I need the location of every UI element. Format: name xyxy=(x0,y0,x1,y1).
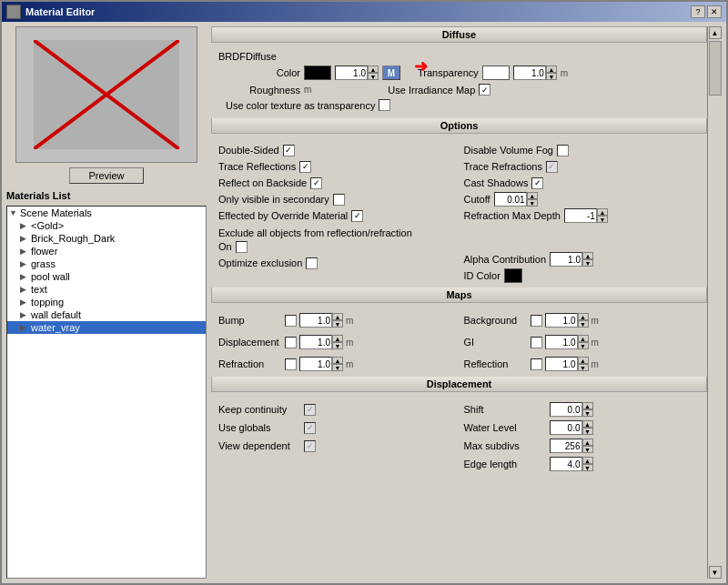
effected-override-checkbox[interactable] xyxy=(351,210,363,222)
water-level-spinbox[interactable]: ▲ ▼ xyxy=(550,420,593,435)
background-spinbox[interactable]: ▲ ▼ xyxy=(545,313,589,328)
cast-shadows-checkbox[interactable] xyxy=(531,177,543,189)
use-color-texture-checkbox[interactable] xyxy=(379,99,390,111)
transparency-spinbox[interactable]: ▲ ▼ xyxy=(513,66,557,80)
shift-spin-down[interactable]: ▼ xyxy=(582,409,593,417)
list-item-selected[interactable]: ▶ water_vray xyxy=(7,321,206,334)
edge-length-spinbox[interactable]: ▲ ▼ xyxy=(550,457,593,471)
refraction-map-spin-down[interactable]: ▼ xyxy=(332,364,343,371)
optimize-checkbox[interactable] xyxy=(306,257,318,269)
double-sided-checkbox[interactable] xyxy=(283,145,295,156)
background-spin-up[interactable]: ▲ xyxy=(578,313,589,320)
materials-tree[interactable]: ▼ Scene Materials ▶ <Gold> ▶ Brick_Rough… xyxy=(6,206,207,579)
preview-button[interactable]: Preview xyxy=(69,167,143,184)
list-item[interactable]: ▶ grass xyxy=(7,257,206,270)
edge-length-spin-up[interactable]: ▲ xyxy=(582,457,593,464)
use-globals-checkbox[interactable] xyxy=(304,422,316,434)
trace-refractions-checkbox[interactable] xyxy=(546,161,558,173)
shift-spinbox[interactable]: ▲ ▼ xyxy=(550,402,593,417)
close-button[interactable]: ✕ xyxy=(707,5,722,18)
gi-input[interactable] xyxy=(545,335,578,349)
bump-input[interactable] xyxy=(299,313,332,328)
list-item[interactable]: ▶ topping xyxy=(7,296,206,308)
max-subdivs-spinbox[interactable]: ▲ ▼ xyxy=(550,439,593,453)
background-spin-down[interactable]: ▼ xyxy=(578,320,589,328)
alpha-spin-up[interactable]: ▲ xyxy=(582,252,593,259)
on-checkbox[interactable] xyxy=(236,241,248,253)
alpha-spin-down[interactable]: ▼ xyxy=(582,259,593,267)
water-level-spin-down[interactable]: ▼ xyxy=(582,428,593,435)
refraction-max-spinbox[interactable]: ▲ ▼ xyxy=(564,208,608,223)
tree-root[interactable]: ▼ Scene Materials xyxy=(7,207,206,219)
transparency-value-input[interactable] xyxy=(513,66,546,80)
alpha-spinbox[interactable]: ▲ ▼ xyxy=(550,252,593,267)
reflection-spinbox[interactable]: ▲ ▼ xyxy=(545,357,589,371)
keep-continuity-checkbox[interactable] xyxy=(304,404,316,416)
scroll-up-button[interactable]: ▲ xyxy=(709,26,722,39)
reflection-spin-down[interactable]: ▼ xyxy=(578,364,589,371)
bump-spin-up[interactable]: ▲ xyxy=(332,313,343,320)
reflection-input[interactable] xyxy=(545,357,578,371)
gi-spin-down[interactable]: ▼ xyxy=(578,342,589,349)
list-item[interactable]: ▶ flower xyxy=(7,245,206,257)
color-spin-down[interactable]: ▼ xyxy=(368,73,379,80)
bump-checkbox[interactable] xyxy=(285,315,297,327)
only-visible-checkbox[interactable] xyxy=(333,194,345,206)
max-subdivs-spin-down[interactable]: ▼ xyxy=(582,446,593,453)
refraction-map-spin-up[interactable]: ▲ xyxy=(332,357,343,364)
color-value-input[interactable] xyxy=(335,66,368,80)
m-button[interactable]: M xyxy=(382,66,400,80)
refraction-map-checkbox[interactable] xyxy=(285,358,297,370)
disable-fog-checkbox[interactable] xyxy=(557,145,569,156)
color-swatch[interactable] xyxy=(304,66,331,80)
trace-reflections-checkbox[interactable] xyxy=(299,161,311,173)
help-button[interactable]: ? xyxy=(691,5,705,18)
cutoff-spin-down[interactable]: ▼ xyxy=(527,199,538,207)
refraction-max-spin-up[interactable]: ▲ xyxy=(597,208,608,216)
reflect-backside-checkbox[interactable] xyxy=(310,177,322,189)
color-spin-up[interactable]: ▲ xyxy=(368,66,379,73)
bump-spin-down[interactable]: ▼ xyxy=(332,320,343,328)
bump-spinbox[interactable]: ▲ ▼ xyxy=(299,313,343,328)
shift-input[interactable] xyxy=(550,402,582,417)
displacement-input[interactable] xyxy=(299,335,332,349)
transparency-spin-up[interactable]: ▲ xyxy=(546,66,557,73)
cutoff-input[interactable] xyxy=(494,192,527,207)
water-level-input[interactable] xyxy=(550,420,582,435)
cutoff-spin-up[interactable]: ▲ xyxy=(527,192,538,199)
water-level-spin-up[interactable]: ▲ xyxy=(582,420,593,428)
edge-length-input[interactable] xyxy=(550,457,582,471)
cutoff-spinbox[interactable]: ▲ ▼ xyxy=(494,192,538,207)
displacement-spinbox[interactable]: ▲ ▼ xyxy=(299,335,343,349)
refraction-max-spin-down[interactable]: ▼ xyxy=(597,216,608,223)
refraction-map-input[interactable] xyxy=(299,357,332,371)
gi-spin-up[interactable]: ▲ xyxy=(578,335,589,342)
id-color-swatch[interactable] xyxy=(504,268,522,283)
refraction-map-spinbox[interactable]: ▲ ▼ xyxy=(299,357,343,371)
transparency-spin-down[interactable]: ▼ xyxy=(546,73,557,80)
gi-spinbox[interactable]: ▲ ▼ xyxy=(545,335,589,349)
list-item[interactable]: ▶ pool wall xyxy=(7,270,206,283)
background-checkbox[interactable] xyxy=(531,315,542,327)
color-spinbox[interactable]: ▲ ▼ xyxy=(335,66,379,80)
view-dependent-checkbox[interactable] xyxy=(304,440,316,452)
displacement-checkbox[interactable] xyxy=(285,337,297,348)
vertical-scrollbar[interactable]: ▲ ▼ xyxy=(707,26,722,579)
alpha-input[interactable] xyxy=(550,252,582,267)
reflection-spin-up[interactable]: ▲ xyxy=(578,357,589,364)
shift-spin-up[interactable]: ▲ xyxy=(582,402,593,409)
scroll-down-button[interactable]: ▼ xyxy=(709,566,722,579)
list-item[interactable]: ▶ text xyxy=(7,283,206,296)
reflection-checkbox[interactable] xyxy=(531,358,542,370)
max-subdivs-spin-up[interactable]: ▲ xyxy=(582,439,593,446)
edge-length-spin-down[interactable]: ▼ xyxy=(582,464,593,471)
scroll-thumb[interactable] xyxy=(709,41,722,96)
list-item[interactable]: ▶ Brick_Rough_Dark xyxy=(7,232,206,245)
refraction-max-input[interactable] xyxy=(564,208,597,223)
gi-checkbox[interactable] xyxy=(531,337,542,348)
displacement-spin-down[interactable]: ▼ xyxy=(332,342,343,349)
list-item[interactable]: ▶ <Gold> xyxy=(7,219,206,232)
list-item[interactable]: ▶ wall default xyxy=(7,308,206,321)
background-input[interactable] xyxy=(545,313,578,328)
use-irradiance-checkbox[interactable] xyxy=(479,84,490,96)
